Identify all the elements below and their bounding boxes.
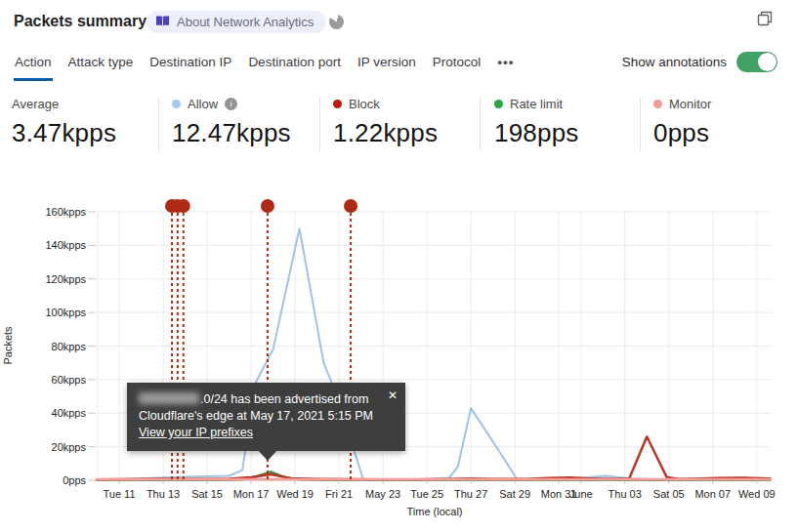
page-title: Packets summary	[14, 13, 147, 30]
tab-action[interactable]: Action	[14, 53, 53, 81]
show-annotations-label: Show annotations	[622, 55, 727, 69]
y-tick-label: 80kpps	[27, 341, 86, 352]
y-tick-label: 120kpps	[27, 273, 86, 285]
annotation-tooltip: ✕ .0/24 has been advertised from Cloudfl…	[127, 383, 405, 451]
about-network-analytics-badge[interactable]: About Network Analytics	[147, 11, 326, 33]
y-tick-label: 100kpps	[27, 307, 86, 318]
tab-destination-port[interactable]: Destination port	[247, 53, 342, 81]
stat-value: 1.22kpps	[333, 118, 438, 148]
tooltip-arrow	[258, 450, 277, 461]
stat-value: 12.47kpps	[172, 118, 291, 148]
divider	[319, 97, 320, 151]
rate-limit-dot	[494, 100, 503, 108]
header: Packets summary About Network Analytics	[0, 0, 797, 43]
show-annotations-control: Show annotations	[622, 52, 777, 72]
toggle-knob	[758, 53, 776, 71]
stat-value: 3.47kpps	[12, 118, 116, 148]
badge-label: About Network Analytics	[177, 15, 314, 29]
restore-window-icon[interactable]	[757, 11, 773, 26]
x-axis-title: Time (local)	[386, 506, 483, 517]
chart-canvas	[0, 185, 797, 532]
tab-protocol[interactable]: Protocol	[432, 53, 482, 81]
book-icon	[155, 14, 170, 31]
redacted-ip-prefix	[139, 392, 199, 404]
dimension-tabs: Action Attack type Destination IP Destin…	[14, 53, 515, 81]
y-tick-label: 140kpps	[27, 239, 86, 251]
stat-label: Average	[12, 97, 59, 111]
annotation-dot	[177, 199, 190, 213]
y-axis-title: Packets	[2, 302, 14, 389]
info-icon[interactable]: i	[225, 98, 237, 110]
tooltip-line1: .0/24 has been advertised from	[139, 391, 380, 408]
annotation-dot	[261, 199, 274, 213]
divider	[480, 97, 481, 151]
y-tick-label: 20kpps	[27, 441, 86, 453]
block-dot	[333, 100, 342, 108]
allow-dot	[172, 100, 181, 108]
stat-block: Block 1.22kpps	[333, 95, 438, 148]
monitor-dot	[653, 100, 662, 108]
tab-ip-version[interactable]: IP version	[357, 53, 417, 81]
stat-label: Allow	[188, 97, 218, 111]
show-annotations-toggle[interactable]	[736, 52, 777, 72]
close-icon[interactable]: ✕	[388, 388, 398, 404]
tooltip-line2: Cloudflare's edge at May 17, 2021 5:15 P…	[139, 408, 380, 425]
tab-destination-ip[interactable]: Destination IP	[148, 53, 232, 81]
network-analytics-panel: Packets summary About Network Analytics …	[0, 0, 797, 532]
y-tick-label: 60kpps	[27, 374, 86, 386]
stat-rate-limit: Rate limit 198pps	[494, 95, 579, 148]
y-tick-label: 0pps	[27, 474, 86, 486]
stat-label: Rate limit	[510, 97, 563, 111]
stat-allow: Allow i 12.47kpps	[172, 95, 291, 148]
tab-attack-type[interactable]: Attack type	[67, 53, 135, 81]
stats-row: Average 3.47kpps Allow i 12.47kpps Block…	[0, 95, 797, 155]
annotation-dot	[344, 199, 357, 213]
stat-average: Average 3.47kpps	[12, 95, 116, 148]
view-ip-prefixes-link[interactable]: View your IP prefixes	[139, 426, 253, 439]
stat-label: Monitor	[669, 97, 711, 111]
more-tabs-button[interactable]: •••	[496, 53, 515, 81]
y-tick-label: 40kpps	[27, 407, 86, 419]
stat-label: Block	[349, 97, 380, 111]
divider	[158, 97, 159, 151]
y-tick-label: 160kpps	[27, 206, 86, 218]
pie-status-icon	[329, 15, 344, 29]
stat-monitor: Monitor 0pps	[653, 95, 711, 148]
x-tick-label: Wed 09	[727, 488, 787, 500]
packets-time-series-chart: 0pps20kpps40kpps60kpps80kpps100kpps120kp…	[0, 185, 797, 532]
stat-value: 0pps	[653, 118, 711, 148]
divider	[640, 97, 641, 151]
stat-value: 198pps	[494, 118, 579, 148]
